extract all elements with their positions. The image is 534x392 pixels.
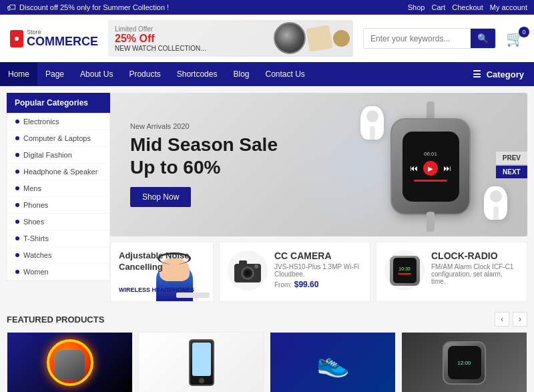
dot-icon [15,203,19,207]
header-banner: Limited Offer 25% Off NEW WATCH COLLECTI… [108,20,353,57]
top-bar: 🏷 Discount off 25% only for Summer Colle… [0,0,534,15]
hamburger-icon: ☰ [473,69,481,79]
logo-tag-icon [10,30,23,47]
search-box[interactable]: 🔍 [363,28,496,49]
shoes-icon: 👟 [316,333,350,392]
dot-icon [15,170,19,174]
cc-camera-box: CC CAMERA JVS-HS10-Plus 1.3MP Wi-Fi Clou… [219,242,370,302]
featured-next-button[interactable]: › [513,312,527,327]
noise-title: Adjustable Noise Cancelling [119,250,205,273]
accessory-image [306,25,333,52]
camera-product-info: CC CAMERA JVS-HS10-Plus 1.3MP Wi-Fi Clou… [274,250,362,289]
checkout-link[interactable]: Checkout [452,3,483,11]
clock-radio-product-image: 10:30 [384,250,425,290]
sidebar-title: Popular Categories [7,93,110,113]
main-content: Popular Categories Electronics Computer … [0,86,534,309]
watch-controls: ⏮ ▶ ⏭ [410,161,451,176]
featured-navigation: ‹ › [495,312,527,327]
dot-icon [15,136,19,140]
clock-radio-svg-icon: 10:30 [390,256,420,286]
my-account-link[interactable]: My account [490,3,527,11]
sidebar-item-phones[interactable]: Phones [7,197,109,214]
sidebar: Popular Categories Electronics Computer … [7,93,110,302]
camera-product-title: CC CAMERA [274,250,362,261]
search-input[interactable] [364,30,471,47]
phone-icon [189,339,214,386]
svg-point-3 [245,270,250,276]
svg-rect-4 [239,260,247,265]
nav-shortcodes[interactable]: Shortcodes [169,63,226,85]
cart-badge: 0 [519,27,529,37]
from-label: From: [274,281,292,288]
product-card-watch2[interactable]: 12:00 [401,332,527,392]
sidebar-item-headphone[interactable]: Headphone & Speaker [7,164,109,180]
noise-subtitle: WIRELESS HEADPHONES [119,286,205,293]
sidebar-item-mens[interactable]: Mens [7,180,109,197]
product-card-shoes[interactable]: 👟 [270,332,396,392]
product-image-watch2: 12:00 [402,333,527,392]
watch-body: 06:01 ⏮ ▶ ⏭ [390,118,471,215]
product-card-phone[interactable] [138,332,264,392]
banner-subtitle: NEW WATCH COLLECTION... [115,45,206,52]
hero-prev-button[interactable]: PREV [496,152,527,164]
watch2-screen: 12:00 [448,346,481,379]
dot-icon [15,153,19,157]
sidebar-item-computers[interactable]: Computer & Laptops [7,130,109,147]
featured-section: FEATURED PRODUCTS ‹ › [0,309,534,392]
sidebar-item-electronics[interactable]: Electronics [7,114,109,130]
sidebar-list: Electronics Computer & Laptops Digital F… [7,113,110,281]
logo-text: Store COMMERCE [27,29,98,47]
dot-icon [15,120,19,124]
promo-text: Discount off 25% only for Summer Collect… [19,3,169,11]
banner-images [274,22,350,54]
feature-boxes-row: Adjustable Noise Cancelling WIRELESS HEA… [110,242,527,302]
svg-point-5 [254,264,258,268]
featured-title: FEATURED PRODUCTS [7,315,104,325]
banner-offer: 25% Off [115,33,206,45]
hero-next-button[interactable]: NEXT [496,166,527,178]
shop-link[interactable]: Shop [408,3,425,11]
nav-about[interactable]: About Us [72,63,121,85]
camera-product-price: $99.60 [294,280,319,289]
product-card-watch[interactable] [7,332,133,392]
product-image-shoes: 👟 [270,333,395,392]
logo-brand-text: COMMERCE [27,35,98,47]
nav-products[interactable]: Products [121,63,168,85]
search-button[interactable]: 🔍 [471,29,495,48]
nav-home[interactable]: Home [0,63,37,85]
watch-progress [414,180,447,182]
top-bar-promo: 🏷 Discount off 25% only for Summer Colle… [7,2,169,13]
sidebar-item-tshirts[interactable]: T-Shirts [7,230,109,247]
cart-icon-wrapper[interactable]: 🛒 0 [506,30,524,47]
cart-link[interactable]: Cart [431,3,445,11]
watch-image [274,22,306,54]
hero-watch-decoration: 06:01 ⏮ ▶ ⏭ [354,100,507,233]
dot-icon [15,186,19,190]
banner-limited: Limited Offer [115,25,206,33]
nav-page[interactable]: Page [37,63,72,85]
dot-icon [15,253,19,257]
watch-band-bottom [427,212,435,232]
flag-icon: 🏷 [7,2,16,13]
sidebar-item-women[interactable]: Women [7,264,109,280]
category-label: Category [487,69,524,79]
nav-contact[interactable]: Contact Us [258,63,313,85]
watch-screen: 06:01 ⏮ ▶ ⏭ [403,132,459,202]
featured-prev-button[interactable]: ‹ [495,312,509,327]
camera-product-image [228,250,268,290]
sidebar-item-shoes[interactable]: Shoes [7,214,109,230]
sidebar-item-digital-fashion[interactable]: Digital Fashion [7,147,109,164]
nav-blog[interactable]: Blog [225,63,257,85]
ring-image [333,30,350,47]
nav-category[interactable]: ☰ Category [463,62,534,86]
featured-products-list: 👟 12:00 [7,332,527,392]
product-image-phone [139,333,264,392]
watch2-icon: 12:00 [443,341,486,385]
smartwatch-icon: 06:01 ⏮ ▶ ⏭ [390,118,471,215]
hero-navigation: PREV NEXT [496,152,527,178]
shop-now-button[interactable]: Shop Now [130,187,191,207]
clock-radio-product-title: CLOCK-RADIO [431,250,519,261]
top-bar-links: Shop Cart Checkout My account [408,3,527,11]
sidebar-item-watches[interactable]: Watches [7,247,109,264]
noise-cancelling-box: Adjustable Noise Cancelling WIRELESS HEA… [110,242,214,302]
